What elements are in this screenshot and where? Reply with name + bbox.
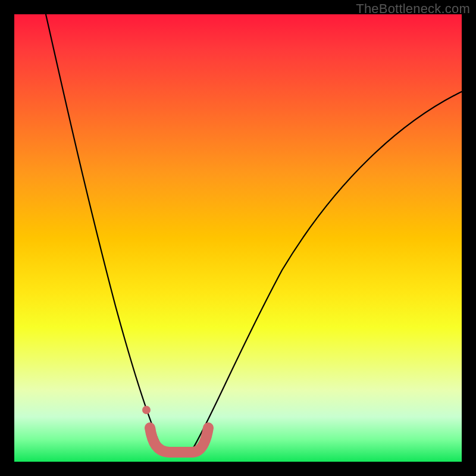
- right-curve: [193, 92, 462, 449]
- valley-dot: [142, 406, 151, 414]
- valley-marker: [150, 428, 208, 452]
- chart-svg: [14, 14, 462, 462]
- chart-area: [14, 14, 462, 462]
- left-curve: [46, 14, 162, 449]
